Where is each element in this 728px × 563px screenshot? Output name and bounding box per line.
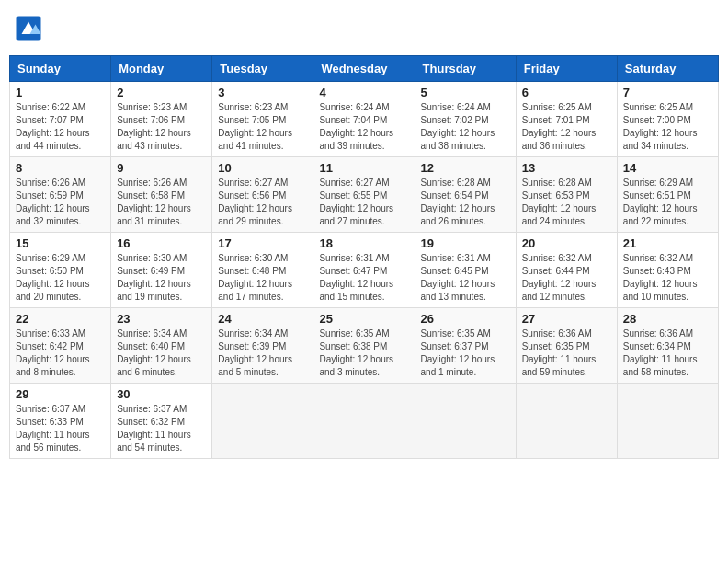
day-info: Sunrise: 6:32 AMSunset: 6:44 PMDaylight:… [522,252,611,304]
calendar-day-15: 15 Sunrise: 6:29 AMSunset: 6:50 PMDaylig… [10,233,111,308]
day-info: Sunrise: 6:25 AMSunset: 7:00 PMDaylight:… [623,101,712,153]
empty-cell [516,384,617,459]
empty-cell [212,384,313,459]
empty-cell [313,384,415,459]
day-info: Sunrise: 6:23 AMSunset: 7:05 PMDaylight:… [218,101,307,153]
day-info: Sunrise: 6:37 AMSunset: 6:33 PMDaylight:… [16,403,105,454]
calendar-day-5: 5 Sunrise: 6:24 AMSunset: 7:02 PMDayligh… [415,82,516,157]
empty-cell [617,384,718,459]
weekday-header-thursday: Thursday [415,56,516,82]
day-number: 17 [218,236,307,250]
calendar-day-30: 30 Sunrise: 6:37 AMSunset: 6:32 PMDaylig… [111,384,212,459]
calendar-day-3: 3 Sunrise: 6:23 AMSunset: 7:05 PMDayligh… [212,82,313,157]
calendar-day-28: 28 Sunrise: 6:36 AMSunset: 6:34 PMDaylig… [617,308,718,384]
day-number: 14 [623,161,712,175]
day-info: Sunrise: 6:23 AMSunset: 7:06 PMDaylight:… [117,101,206,153]
day-number: 2 [117,86,206,99]
calendar-day-27: 27 Sunrise: 6:36 AMSunset: 6:35 PMDaylig… [516,308,617,384]
day-info: Sunrise: 6:30 AMSunset: 6:48 PMDaylight:… [218,252,307,304]
day-number: 28 [623,312,712,326]
day-info: Sunrise: 6:26 AMSunset: 6:58 PMDaylight:… [117,177,206,228]
calendar-day-18: 18 Sunrise: 6:31 AMSunset: 6:47 PMDaylig… [313,233,415,308]
calendar-day-29: 29 Sunrise: 6:37 AMSunset: 6:33 PMDaylig… [10,384,111,459]
weekday-header-tuesday: Tuesday [212,56,313,82]
calendar-week-4: 22 Sunrise: 6:33 AMSunset: 6:42 PMDaylig… [10,308,719,384]
day-info: Sunrise: 6:27 AMSunset: 6:55 PMDaylight:… [319,177,408,228]
day-info: Sunrise: 6:32 AMSunset: 6:43 PMDaylight:… [623,252,712,304]
day-number: 19 [421,236,510,250]
page-header [9,9,719,48]
day-number: 1 [16,86,105,99]
day-number: 20 [522,236,611,250]
day-number: 26 [421,312,510,326]
calendar-day-13: 13 Sunrise: 6:28 AMSunset: 6:53 PMDaylig… [516,157,617,233]
day-number: 12 [421,161,510,175]
calendar-day-25: 25 Sunrise: 6:35 AMSunset: 6:38 PMDaylig… [313,308,415,384]
empty-cell [415,384,516,459]
calendar-day-21: 21 Sunrise: 6:32 AMSunset: 6:43 PMDaylig… [617,233,718,308]
calendar-week-5: 29 Sunrise: 6:37 AMSunset: 6:33 PMDaylig… [10,384,719,459]
day-info: Sunrise: 6:31 AMSunset: 6:45 PMDaylight:… [421,252,510,304]
calendar-day-9: 9 Sunrise: 6:26 AMSunset: 6:58 PMDayligh… [111,157,212,233]
calendar-day-6: 6 Sunrise: 6:25 AMSunset: 7:01 PMDayligh… [516,82,617,157]
day-info: Sunrise: 6:28 AMSunset: 6:53 PMDaylight:… [522,177,611,228]
day-info: Sunrise: 6:33 AMSunset: 6:42 PMDaylight:… [16,327,105,379]
weekday-header-sunday: Sunday [10,56,111,82]
logo [9,9,51,48]
day-number: 5 [421,86,510,99]
calendar-day-11: 11 Sunrise: 6:27 AMSunset: 6:55 PMDaylig… [313,157,415,233]
calendar-day-14: 14 Sunrise: 6:29 AMSunset: 6:51 PMDaylig… [617,157,718,233]
calendar-day-4: 4 Sunrise: 6:24 AMSunset: 7:04 PMDayligh… [313,82,415,157]
weekday-header-wednesday: Wednesday [313,56,415,82]
day-number: 23 [117,312,206,326]
day-number: 30 [117,387,206,401]
day-info: Sunrise: 6:34 AMSunset: 6:40 PMDaylight:… [117,327,206,379]
day-info: Sunrise: 6:29 AMSunset: 6:50 PMDaylight:… [16,252,105,304]
day-info: Sunrise: 6:35 AMSunset: 6:38 PMDaylight:… [319,327,408,379]
day-info: Sunrise: 6:36 AMSunset: 6:35 PMDaylight:… [522,327,611,379]
day-number: 6 [522,86,611,99]
calendar-week-1: 1 Sunrise: 6:22 AMSunset: 7:07 PMDayligh… [10,82,719,157]
day-info: Sunrise: 6:28 AMSunset: 6:54 PMDaylight:… [421,177,510,228]
day-number: 13 [522,161,611,175]
day-info: Sunrise: 6:25 AMSunset: 7:01 PMDaylight:… [522,101,611,153]
day-number: 16 [117,236,206,250]
day-number: 25 [319,312,408,326]
day-number: 8 [16,161,105,175]
logo-icon [15,15,42,42]
day-info: Sunrise: 6:31 AMSunset: 6:47 PMDaylight:… [319,252,408,304]
day-number: 4 [319,86,408,99]
day-info: Sunrise: 6:26 AMSunset: 6:59 PMDaylight:… [16,177,105,228]
calendar-week-3: 15 Sunrise: 6:29 AMSunset: 6:50 PMDaylig… [10,233,719,308]
day-number: 11 [319,161,408,175]
day-info: Sunrise: 6:24 AMSunset: 7:04 PMDaylight:… [319,101,408,153]
calendar-week-2: 8 Sunrise: 6:26 AMSunset: 6:59 PMDayligh… [10,157,719,233]
day-number: 3 [218,86,307,99]
day-number: 29 [16,387,105,401]
weekday-header-saturday: Saturday [617,56,718,82]
day-info: Sunrise: 6:22 AMSunset: 7:07 PMDaylight:… [16,101,105,153]
calendar-day-26: 26 Sunrise: 6:35 AMSunset: 6:37 PMDaylig… [415,308,516,384]
day-info: Sunrise: 6:36 AMSunset: 6:34 PMDaylight:… [623,327,712,379]
calendar-day-20: 20 Sunrise: 6:32 AMSunset: 6:44 PMDaylig… [516,233,617,308]
day-number: 21 [623,236,712,250]
day-number: 22 [16,312,105,326]
day-number: 7 [623,86,712,99]
day-info: Sunrise: 6:37 AMSunset: 6:32 PMDaylight:… [117,403,206,454]
day-info: Sunrise: 6:27 AMSunset: 6:56 PMDaylight:… [218,177,307,228]
calendar-table: SundayMondayTuesdayWednesdayThursdayFrid… [9,55,719,459]
calendar-day-23: 23 Sunrise: 6:34 AMSunset: 6:40 PMDaylig… [111,308,212,384]
calendar-day-8: 8 Sunrise: 6:26 AMSunset: 6:59 PMDayligh… [10,157,111,233]
day-number: 18 [319,236,408,250]
day-number: 27 [522,312,611,326]
calendar-day-17: 17 Sunrise: 6:30 AMSunset: 6:48 PMDaylig… [212,233,313,308]
calendar-day-12: 12 Sunrise: 6:28 AMSunset: 6:54 PMDaylig… [415,157,516,233]
calendar-day-24: 24 Sunrise: 6:34 AMSunset: 6:39 PMDaylig… [212,308,313,384]
calendar-day-7: 7 Sunrise: 6:25 AMSunset: 7:00 PMDayligh… [617,82,718,157]
weekday-header-friday: Friday [516,56,617,82]
day-info: Sunrise: 6:34 AMSunset: 6:39 PMDaylight:… [218,327,307,379]
calendar-day-19: 19 Sunrise: 6:31 AMSunset: 6:45 PMDaylig… [415,233,516,308]
day-info: Sunrise: 6:35 AMSunset: 6:37 PMDaylight:… [421,327,510,379]
day-number: 10 [218,161,307,175]
calendar-day-16: 16 Sunrise: 6:30 AMSunset: 6:49 PMDaylig… [111,233,212,308]
